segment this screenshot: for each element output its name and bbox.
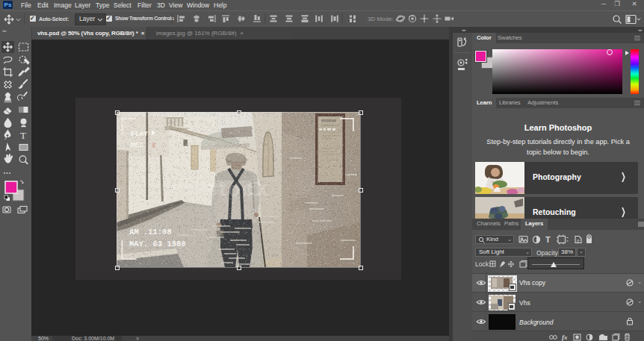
svg-text:T: T xyxy=(545,235,551,244)
svg-text:3D Mode:: 3D Mode: xyxy=(368,16,394,22)
svg-text:T: T xyxy=(20,130,26,141)
svg-text:fx: fx xyxy=(562,334,568,341)
